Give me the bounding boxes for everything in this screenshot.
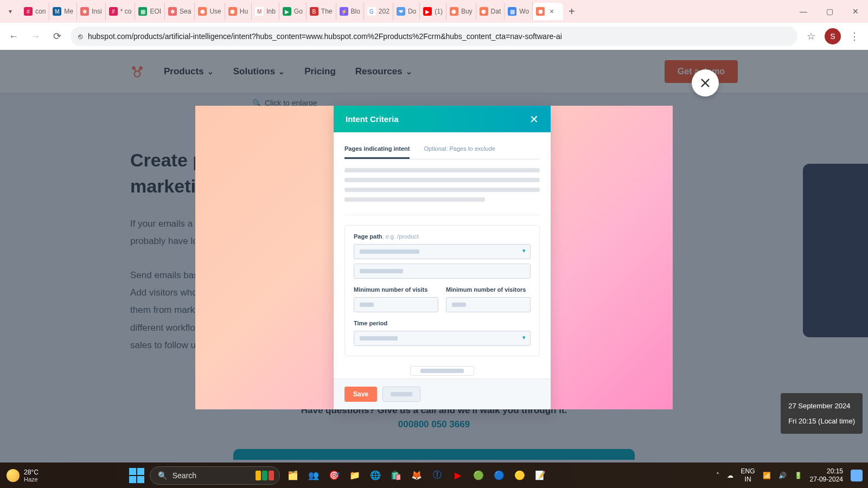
page-path-operator-select[interactable] [354,244,531,259]
tab-pages-exclude[interactable]: Optional: Pages to exclude [424,140,495,159]
tray-expand-icon[interactable]: ˄ [716,472,719,479]
new-tab-button[interactable]: + [563,5,580,18]
time-period-select[interactable] [354,331,531,346]
nav-forward-button[interactable]: → [27,28,43,44]
panel-header: Intent Criteria ✕ [334,106,551,132]
intent-criteria-panel: Intent Criteria ✕ Pages indicating inten… [334,106,551,409]
tab-item[interactable]: ✽Insi [77,3,106,20]
min-visitors-label: Minimum number of visitors [446,286,531,293]
tab-item[interactable]: MMe [49,3,77,20]
chrome-icon[interactable]: 🟢 [471,468,486,483]
firefox-icon[interactable]: 🦊 [409,468,424,483]
tab-item[interactable]: #con [21,3,49,20]
browser-menu-icon[interactable]: ⋮ [846,28,863,44]
min-visitors-input[interactable] [446,297,531,312]
form-card: Page path, e.g. /product Minimum number … [344,225,540,356]
teams-icon[interactable]: 👥 [306,468,321,483]
window-close[interactable]: ✕ [843,1,868,22]
tab-item[interactable]: ▦Wo [505,3,533,20]
tab-item[interactable]: ▶(1) [420,3,446,20]
facebook-icon[interactable]: ⓕ [430,468,445,483]
task-view-icon[interactable]: 🗂️ [285,468,301,483]
tab-item[interactable]: ⬣Use [195,3,225,20]
copilot-icon[interactable]: 🎯 [327,468,342,483]
chrome-icon[interactable]: 🔵 [492,468,507,483]
cloud-icon[interactable]: ☁ [727,472,733,479]
tab-item[interactable]: ⬣Buy [446,3,476,20]
datetime-tooltip: 27 September 2024 Fri 20:15 (Local time) [781,393,863,434]
youtube-icon[interactable]: ▶ [450,468,465,483]
site-info-icon[interactable]: ⎋ [78,32,82,41]
edge-icon[interactable]: 🌐 [368,468,383,483]
min-visits-input[interactable] [354,297,438,312]
notification-icon[interactable] [851,470,863,481]
tab-item[interactable]: ❤Do [393,3,420,20]
nav-back-button[interactable]: ← [5,28,22,44]
window-minimize[interactable]: — [791,1,816,22]
language-switch[interactable]: ENGIN [741,467,755,483]
bookmark-star-icon[interactable]: ☆ [803,28,819,44]
panel-close-icon[interactable]: ✕ [529,113,539,126]
tab-item[interactable]: ⚡Blo [336,3,364,20]
battery-icon[interactable]: 🔋 [794,472,802,479]
tab-pages-intent[interactable]: Pages indicating intent [344,140,410,159]
volume-icon[interactable]: 🔊 [778,472,787,479]
tab-item[interactable]: G202 [364,3,393,20]
explorer-icon[interactable]: 📁 [347,468,362,483]
lightbox-close-button[interactable] [692,69,719,97]
search-icon: 🔍 [158,471,167,480]
wifi-icon[interactable]: 📶 [763,472,771,479]
panel-tabs: Pages indicating intent Optional: Pages … [344,140,540,159]
panel-footer: Save [334,378,551,409]
tab-item[interactable]: BThe [307,3,336,20]
store-icon[interactable]: 🛍️ [388,468,404,483]
min-visits-label: Minimum number of visits [354,286,438,293]
url-bar[interactable]: ⎋ hubspot.com/products/artificial-intell… [71,27,797,46]
page-path-input[interactable] [354,264,531,279]
browser-tab-strip: ▾ #con MMe ✽Insi #* co ▦EOI ✽Sea ⬣Use ⬣H… [0,0,868,23]
add-rule-button[interactable] [410,366,474,376]
save-button[interactable]: Save [344,387,377,402]
tab-dropdown[interactable]: ▾ [5,3,21,20]
tab-item[interactable]: ▦EOI [135,3,165,20]
weather-icon [7,469,20,482]
tab-item[interactable]: ▶Go [279,3,307,20]
window-maximize[interactable]: ▢ [817,1,842,22]
notepad-icon[interactable]: 📝 [533,468,548,483]
page-path-label: Page path, e.g. /product [354,233,531,240]
taskbar-weather[interactable]: 28°CHaze [0,468,45,483]
address-bar-row: ← → ⟳ ⎋ hubspot.com/products/artificial-… [0,23,868,50]
time-period-label: Time period [354,320,531,326]
description-skeleton [344,168,540,207]
tab-close-icon[interactable]: × [550,7,554,16]
panel-title: Intent Criteria [346,114,399,124]
start-button[interactable] [129,468,144,483]
profile-avatar[interactable]: S [825,28,841,44]
tab-item-active[interactable]: ⬣× [533,3,563,20]
taskbar-search[interactable]: 🔍 Search [150,466,280,485]
lightbox-image: Intent Criteria ✕ Pages indicating inten… [195,106,673,409]
url-text: hubspot.com/products/artificial-intellig… [88,32,562,41]
close-icon [699,77,711,89]
chrome-icon[interactable]: 🟡 [512,468,527,483]
cancel-button[interactable] [382,387,420,402]
tab-item[interactable]: ✽Sea [165,3,195,20]
tab-item[interactable]: #* co [106,3,136,20]
nav-reload-button[interactable]: ⟳ [49,28,65,44]
system-tray: ˄ ☁ ENGIN 📶 🔊 🔋 20:1527-09-2024 [716,467,868,483]
tab-item[interactable]: ⬣Dat [476,3,505,20]
tab-item[interactable]: ⬣Hu [225,3,252,20]
tab-item[interactable]: MInb [252,3,279,20]
windows-taskbar: 28°CHaze 🔍 Search 🗂️ 👥 🎯 📁 🌐 🛍️ 🦊 ⓕ ▶ 🟢 … [0,463,868,488]
taskbar-clock[interactable]: 20:1527-09-2024 [810,467,843,483]
